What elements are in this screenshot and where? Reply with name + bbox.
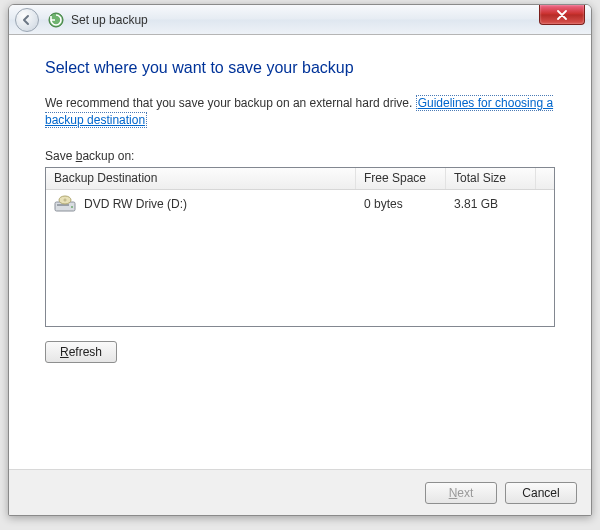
list-header: Backup Destination Free Space Total Size [46,168,554,190]
close-icon [556,10,568,20]
back-button[interactable] [15,8,39,32]
col-padding [536,168,554,189]
table-row[interactable]: DVD RW Drive (D:) 0 bytes 3.81 GB [46,190,554,218]
col-total-size[interactable]: Total Size [446,168,536,189]
page-heading: Select where you want to save your backu… [45,59,555,77]
recommend-prefix: We recommend that you save your backup o… [45,96,416,110]
destination-list[interactable]: Backup Destination Free Space Total Size [45,167,555,327]
col-free-space[interactable]: Free Space [356,168,446,189]
col-destination[interactable]: Backup Destination [46,168,356,189]
row-free-space: 0 bytes [356,197,446,211]
row-total-size: 3.81 GB [446,197,536,211]
next-button[interactable]: Next [425,482,497,504]
refresh-button[interactable]: Refresh [45,341,117,363]
recommend-text: We recommend that you save your backup o… [45,95,555,129]
save-on-label: Save backup on: [45,149,555,163]
window-title: Set up backup [71,13,148,27]
svg-rect-2 [57,204,69,206]
wizard-footer: Next Cancel [9,469,591,515]
backup-app-icon [47,11,65,29]
wizard-window: Set up backup Select where you want to s… [8,4,592,516]
refresh-area: Refresh [45,341,555,363]
close-button[interactable] [539,5,585,25]
titlebar: Set up backup [9,5,591,35]
cancel-button[interactable]: Cancel [505,482,577,504]
svg-point-3 [71,206,73,208]
row-destination-name: DVD RW Drive (D:) [84,197,187,211]
wizard-content: Select where you want to save your backu… [9,35,591,363]
back-arrow-icon [21,14,33,26]
dvd-drive-icon [54,195,76,213]
svg-point-5 [64,199,66,201]
